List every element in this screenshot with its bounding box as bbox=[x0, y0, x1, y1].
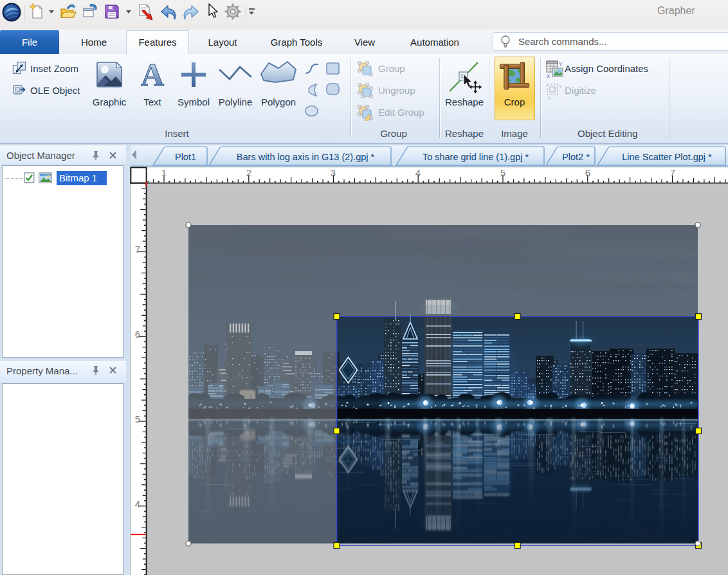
svg-text:5: 5 bbox=[500, 167, 505, 178]
svg-text:Line Scatter Plot.gpj *: Line Scatter Plot.gpj * bbox=[622, 152, 712, 162]
svg-text:7: 7 bbox=[135, 244, 140, 255]
svg-text:7: 7 bbox=[670, 167, 675, 178]
svg-text:x: x bbox=[548, 95, 551, 101]
svg-text:A: A bbox=[141, 59, 164, 89]
svg-text:Y: Y bbox=[559, 84, 563, 89]
svg-text:To share grid line (1).gpj *: To share grid line (1).gpj * bbox=[423, 152, 529, 162]
svg-text:X: X bbox=[547, 73, 551, 79]
svg-text:Bars with log axis in G13 (2).: Bars with log axis in G13 (2).gpj * bbox=[237, 152, 375, 162]
svg-text:1: 1 bbox=[161, 167, 167, 178]
svg-text:6: 6 bbox=[135, 329, 140, 340]
svg-text:6: 6 bbox=[585, 167, 590, 178]
svg-text:3: 3 bbox=[331, 167, 336, 178]
svg-text:Plot2 *: Plot2 * bbox=[562, 152, 590, 162]
svg-text:4: 4 bbox=[415, 167, 421, 178]
svg-text:5: 5 bbox=[135, 414, 140, 424]
svg-text:Y: Y bbox=[559, 61, 563, 67]
svg-text:Plot1: Plot1 bbox=[175, 152, 196, 162]
svg-text:4: 4 bbox=[135, 498, 140, 509]
svg-text:2: 2 bbox=[246, 167, 251, 178]
